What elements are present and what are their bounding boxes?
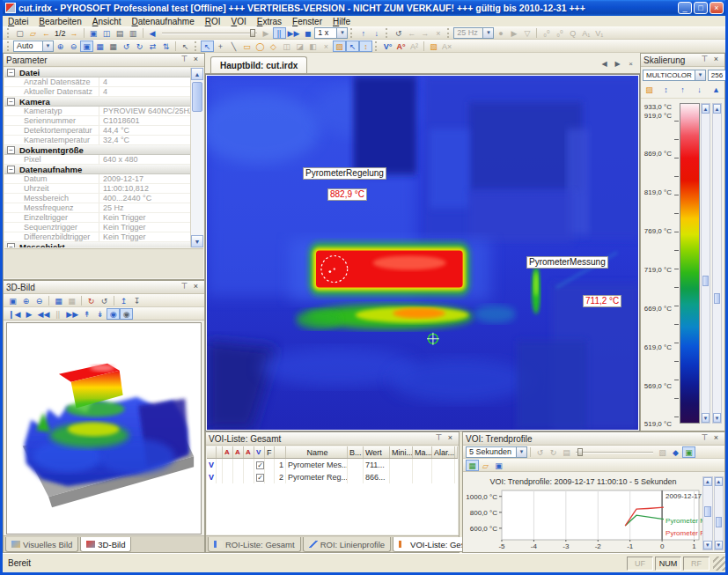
timeline-slider-thumb[interactable] xyxy=(250,29,255,37)
column-header-b[interactable]: B... xyxy=(348,446,364,458)
align-a-icon[interactable]: A₁ xyxy=(579,27,592,39)
voi-new-icon[interactable]: V° xyxy=(381,41,394,52)
roi-group-icon[interactable]: ◧ xyxy=(306,41,320,52)
scale-max-icon[interactable]: ↑ xyxy=(676,84,689,95)
tab-roi-liste[interactable]: ROI-Liste: Gesamt xyxy=(208,537,301,552)
speed-combo[interactable]: 1 x ▼ xyxy=(314,27,348,39)
pin-icon[interactable]: ⊤ xyxy=(433,433,445,444)
spin-up-icon[interactable]: ▲ xyxy=(713,104,721,114)
scroll-up-icon[interactable]: ▲ xyxy=(703,477,712,486)
parameter-row[interactable]: Uhrzeit11:00:10,812 xyxy=(4,184,190,194)
rotate-left-icon[interactable]: ↺ xyxy=(120,41,133,52)
parameter-section[interactable]: −Dokumentgröße xyxy=(4,145,190,155)
trend-slider-thumb[interactable] xyxy=(577,448,583,456)
pin-icon[interactable]: ⊤ xyxy=(179,282,190,292)
voi-temp-messung[interactable]: 711,2 °C xyxy=(583,295,621,307)
delete-marker-icon[interactable]: × xyxy=(431,27,445,39)
palette-edit-icon[interactable]: ▨ xyxy=(643,84,656,95)
align-v-icon[interactable]: V₁ xyxy=(592,27,606,39)
play-forward-icon[interactable]: ▶ xyxy=(260,27,273,39)
maximize-button[interactable]: □ xyxy=(694,2,708,14)
roi-delete-icon[interactable]: × xyxy=(320,41,333,52)
collapse-icon[interactable]: − xyxy=(7,146,15,154)
tab-3d-bild[interactable]: 3D-Bild xyxy=(80,537,131,552)
scale-min-icon[interactable]: ↓ xyxy=(693,84,706,95)
arrow-right-icon[interactable]: → xyxy=(418,27,431,39)
scroll-down-icon[interactable]: ▼ xyxy=(715,541,724,549)
scale-auto-icon[interactable]: ↕ xyxy=(659,84,673,95)
zoom-mode-combo[interactable]: Auto ▼ xyxy=(13,41,54,52)
zoom-out-icon[interactable]: ⊖ xyxy=(67,41,80,52)
trend-grid-icon[interactable]: ▦ xyxy=(466,460,479,471)
step-back-icon[interactable]: ❙◀ xyxy=(6,308,22,320)
parameter-section[interactable]: −Datenaufnahme xyxy=(4,165,190,174)
menu-datei[interactable]: Datei xyxy=(8,17,28,26)
flip-vertical-icon[interactable]: ⇅ xyxy=(159,41,173,52)
tab-visuelles-bild[interactable]: Visuelles Bild xyxy=(5,537,78,552)
voi-enabled-checkbox[interactable]: ✓ xyxy=(256,474,264,482)
chevron-down-icon[interactable]: ▼ xyxy=(42,41,53,51)
rotate-right-icon[interactable]: ↻ xyxy=(133,41,146,52)
voi-table-row[interactable]: V ✓ 2 Pyrometer Reg... 866... xyxy=(207,471,458,483)
parameter-row[interactable]: Messbereich400...2440 °C xyxy=(4,194,190,203)
parameter-row[interactable]: SequenztriggerKein Trigger xyxy=(4,223,190,232)
palette-combo[interactable]: MULTICOLOR ▼ xyxy=(643,70,706,81)
lower-icon[interactable]: ↧ xyxy=(130,295,143,306)
link-icon[interactable]: ↺ xyxy=(392,27,405,39)
chevron-down-icon[interactable]: ▼ xyxy=(336,28,347,38)
sequence-b-icon[interactable]: ₀⁰ xyxy=(553,27,566,39)
flip-horizontal-icon[interactable]: ⇄ xyxy=(146,41,159,52)
voi-column-icon[interactable]: V xyxy=(254,446,265,458)
column-header-max[interactable]: Ma... xyxy=(413,446,432,458)
collapse-icon[interactable]: − xyxy=(7,69,15,77)
tab-scroll-right-icon[interactable]: ▶ xyxy=(611,58,624,70)
toolbar-grip[interactable] xyxy=(7,28,11,38)
tab-close-icon[interactable]: × xyxy=(624,58,637,70)
rewind-icon[interactable]: ◀◀ xyxy=(35,308,51,320)
parameter-row[interactable]: Anzahl Datensätze4 xyxy=(4,77,190,87)
scroll-up-icon[interactable]: ▲ xyxy=(191,68,203,80)
grid-off-icon[interactable]: ▦ xyxy=(65,295,78,306)
scrollbar-thumb[interactable] xyxy=(704,506,711,517)
parameter-row[interactable]: DifferenzbildtriggerKein Trigger xyxy=(4,232,190,242)
frequency-combo[interactable]: 25 Hz ▼ xyxy=(453,27,494,39)
image-view-icon[interactable]: ▦ xyxy=(93,41,107,52)
scroll-down-icon[interactable]: ▼ xyxy=(191,235,203,247)
stop-icon[interactable]: ◼ xyxy=(301,27,314,39)
pin-icon[interactable]: ⊤ xyxy=(699,55,710,65)
column-header-iop[interactable]: IO-P... xyxy=(455,446,458,458)
chevron-down-icon[interactable]: ▼ xyxy=(482,28,493,38)
surface-3d-plot[interactable] xyxy=(7,323,201,534)
roi-scale-icon[interactable]: ↕ xyxy=(359,41,372,52)
toolbar-grip[interactable] xyxy=(7,41,11,51)
parameter-section[interactable]: −Messobjekt xyxy=(4,242,190,247)
parameter-scrollbar[interactable]: ▲ ▼ xyxy=(190,68,203,247)
menu-bearbeiten[interactable]: Bearbeiten xyxy=(39,17,81,26)
trend-copy-icon[interactable]: ▱ xyxy=(479,460,492,471)
grid-icon[interactable]: ▦ xyxy=(107,41,120,52)
roi-line-icon[interactable]: ╲ xyxy=(227,41,240,52)
scale-min-spinner[interactable]: ▲ ▼ xyxy=(712,103,722,424)
prev-frame-icon[interactable]: ← xyxy=(40,27,53,39)
voi-enabled-checkbox[interactable]: ✓ xyxy=(256,461,264,469)
next-frame-icon[interactable]: → xyxy=(68,27,81,39)
minimize-button[interactable]: _ xyxy=(678,2,692,14)
camera-icon[interactable]: ◉ xyxy=(120,308,133,320)
trend-plot[interactable]: -5-4-3-2-101600,0 °C800,0 °C1000,0 °C200… xyxy=(465,488,703,550)
menu-roi[interactable]: ROI xyxy=(205,17,221,26)
alarm-column-icon[interactable]: A xyxy=(223,446,233,458)
thermal-image[interactable] xyxy=(207,76,638,430)
pin-icon[interactable]: ⊤ xyxy=(179,55,190,65)
interval-combo[interactable]: 5 Sekunden ▼ xyxy=(466,446,527,458)
print-icon[interactable]: ▤ xyxy=(114,27,127,39)
collapse-icon[interactable]: − xyxy=(7,166,15,173)
spin-down-icon[interactable]: ▼ xyxy=(702,413,710,423)
refresh-remove-icon[interactable]: ↺ xyxy=(98,295,111,306)
spin-down-icon[interactable]: ▼ xyxy=(713,413,721,423)
roi-point-icon[interactable]: + xyxy=(214,41,227,52)
close-icon[interactable]: × xyxy=(445,433,456,444)
spinner-thumb[interactable] xyxy=(702,276,709,286)
rotate-up-icon[interactable]: ↟ xyxy=(80,308,93,320)
zoom-out-icon[interactable]: ⊖ xyxy=(33,295,46,306)
trend-refresh-icon[interactable]: ▣ xyxy=(682,446,695,458)
